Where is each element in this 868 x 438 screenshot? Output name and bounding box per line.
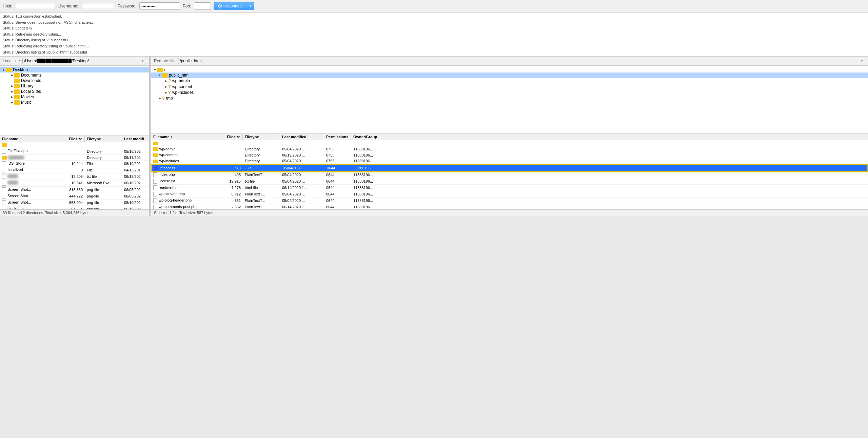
table-row[interactable]: block-editor-... 54,754 png-file 06/18/2… bbox=[0, 206, 149, 209]
local-site-dropdown[interactable]: /Users/████████████/Desktop/ bbox=[22, 58, 146, 64]
tree-item-label: wp-includes bbox=[172, 90, 194, 95]
remote-file-list-body: .. wp-admin Directory 05/04/2020 ... 075… bbox=[151, 140, 868, 209]
file-size bbox=[61, 157, 85, 158]
file-modified: 06/19/202 bbox=[122, 161, 149, 166]
host-input[interactable] bbox=[15, 2, 56, 10]
tree-item-label: Documents bbox=[21, 73, 42, 78]
file-name: license.txt bbox=[151, 178, 219, 184]
file-size bbox=[219, 154, 243, 156]
tree-item-tmp[interactable]: ▶ ? tmp bbox=[151, 95, 868, 101]
tree-item-label: Music bbox=[21, 100, 32, 105]
table-row[interactable]: wp-admin Directory 05/04/2020 ... 0755 1… bbox=[151, 146, 868, 152]
file-name: readme.html bbox=[151, 185, 219, 191]
local-site-bar: Local site: /Users/████████████/Desktop/ bbox=[0, 57, 149, 66]
tree-item-label: Downloads bbox=[21, 78, 41, 83]
tree-item-library[interactable]: ▶ Library bbox=[0, 83, 149, 89]
tree-item-label: / bbox=[164, 67, 165, 72]
file-name: block-editor-... bbox=[0, 206, 61, 209]
file-modified: 05/04/2020 ... bbox=[280, 191, 324, 197]
file-icon bbox=[153, 179, 157, 184]
col-header-perms[interactable]: Permissions bbox=[324, 134, 351, 140]
table-row[interactable]: wp-blog-header.php 351 PlainTextT... 05/… bbox=[151, 197, 868, 204]
host-label: Host: bbox=[3, 4, 12, 8]
file-size bbox=[219, 160, 243, 162]
tree-item-downloads[interactable]: Downloads bbox=[0, 78, 149, 83]
col-header-filetype[interactable]: Filetype bbox=[85, 136, 122, 142]
tree-item-local-sites[interactable]: ▶ Local Sites bbox=[0, 89, 149, 94]
tree-item-public-html[interactable]: ▼ public_html bbox=[151, 72, 868, 78]
file-icon bbox=[154, 166, 158, 170]
tree-expand-arrow: ▶ bbox=[9, 84, 14, 88]
tree-item-documents[interactable]: ▶ Documents bbox=[0, 72, 149, 78]
file-name: wp-content bbox=[151, 152, 219, 158]
remote-tree: ▼ / ▼ public_html ▶ ? wp-admin ▶ ? wp-co… bbox=[151, 66, 868, 133]
question-mark-icon: ? bbox=[162, 96, 165, 101]
tree-item-wp-includes[interactable]: ▶ ? wp-includes bbox=[151, 89, 868, 95]
file-type: PlainTextT... bbox=[243, 191, 280, 197]
file-modified: 06/17/202 bbox=[122, 155, 149, 160]
tree-item-wp-admin[interactable]: ▶ ? wp-admin bbox=[151, 78, 868, 84]
file-perms: 0644 bbox=[324, 179, 351, 184]
col-header-owner[interactable]: Owner/Group bbox=[351, 134, 392, 140]
table-row[interactable]: ████ 12,205 txt-file 06/18/202 bbox=[0, 173, 149, 180]
tree-item-desktop[interactable]: ▶ Desktop bbox=[0, 67, 149, 72]
table-row[interactable]: .. bbox=[151, 140, 868, 146]
col-header-filename[interactable]: Filename ↑ bbox=[0, 136, 61, 142]
tree-expand-arrow: ▶ bbox=[9, 74, 14, 77]
file-type: txt-file bbox=[85, 174, 122, 179]
col-header-lastmod[interactable]: Last modified bbox=[280, 134, 324, 140]
tree-item-wp-content[interactable]: ▶ ? wp-content bbox=[151, 84, 868, 89]
file-name: .DS_Store bbox=[0, 161, 61, 167]
file-size: 405 bbox=[219, 172, 243, 178]
table-row[interactable]: Screen Shot... 444,722 png-file 06/05/20… bbox=[0, 193, 149, 200]
file-owner: 11388196... bbox=[351, 185, 392, 190]
table-row-htaccess[interactable]: .htaccess 587 File 05/04/2020 ... 0644 1… bbox=[151, 164, 868, 172]
table-row[interactable]: Screen Shot... 563,904 png-file 06/10/20… bbox=[0, 200, 149, 206]
local-status-bar: 30 files and 2 directories. Total size: … bbox=[0, 209, 149, 216]
password-input[interactable] bbox=[139, 2, 180, 10]
folder-icon bbox=[6, 68, 12, 72]
file-modified: 05/04/2020 ... bbox=[280, 172, 324, 178]
table-row[interactable]: wp-content Directory 06/19/2020 ... 0755… bbox=[151, 152, 868, 158]
file-modified: 06/10/202 bbox=[122, 200, 149, 205]
table-row[interactable]: .DS_Store 10,244 File 06/19/202 bbox=[0, 161, 149, 167]
table-row[interactable]: FileZilla.app Directory 05/18/202 bbox=[0, 148, 149, 154]
quickconnect-button[interactable]: Quickconnect bbox=[214, 2, 247, 10]
table-row[interactable]: Screen Shot... 816,860 png-file 06/05/20… bbox=[0, 187, 149, 193]
tree-item-music[interactable]: ▶ Music bbox=[0, 100, 149, 105]
table-row[interactable]: readme.html 7,278 html-file 06/14/2020 1… bbox=[151, 185, 868, 191]
table-row[interactable]: license.txt 19,915 txt-file 05/04/2020 .… bbox=[151, 178, 868, 185]
folder-icon bbox=[14, 79, 20, 83]
table-row[interactable]: wp-comments-post.php 2,332 PlainTextT...… bbox=[151, 204, 868, 209]
tree-item-movies[interactable]: ▶ Movies bbox=[0, 94, 149, 100]
remote-site-dropdown-wrapper: /public_html bbox=[178, 58, 865, 64]
tree-item-label: Movies bbox=[21, 95, 34, 99]
local-status-text: 30 files and 2 directories. Total size: … bbox=[3, 211, 89, 215]
folder-icon bbox=[157, 68, 163, 72]
col-header-filename[interactable]: Filename ↑ bbox=[151, 134, 219, 140]
username-input[interactable] bbox=[81, 2, 115, 10]
table-row[interactable]: ████ 10,341 Microsoft Exc... 06/18/202 bbox=[0, 180, 149, 186]
table-row[interactable]: .localized 0 File 04/13/201 bbox=[0, 167, 149, 173]
quickconnect-dropdown-button[interactable]: ▼ bbox=[247, 2, 254, 10]
table-row[interactable]: ██████ Directory 06/17/202 bbox=[0, 155, 149, 161]
col-header-filetype[interactable]: Filetype bbox=[243, 134, 280, 140]
table-row[interactable]: index.php 405 PlainTextT... 05/04/2020 .… bbox=[151, 172, 868, 178]
file-modified bbox=[122, 144, 149, 146]
file-icon bbox=[153, 172, 157, 177]
tree-item-root[interactable]: ▼ / bbox=[151, 67, 868, 72]
file-owner: 11388196... bbox=[351, 152, 392, 158]
file-icon bbox=[2, 200, 6, 205]
table-row[interactable]: .. bbox=[0, 142, 149, 148]
folder-icon bbox=[153, 147, 158, 151]
port-input[interactable] bbox=[194, 2, 211, 10]
table-row[interactable]: wp-includes Directory 05/04/2020 ... 075… bbox=[151, 158, 868, 164]
col-header-filesize[interactable]: Filesize bbox=[219, 134, 243, 140]
remote-site-dropdown[interactable]: /public_html bbox=[178, 58, 865, 64]
table-row[interactable]: wp-activate.php 6,912 PlainTextT... 05/0… bbox=[151, 191, 868, 197]
file-owner: 11388196... bbox=[351, 172, 392, 178]
col-header-filesize[interactable]: Filesize bbox=[61, 136, 85, 142]
file-size: 19,915 bbox=[219, 179, 243, 184]
file-icon bbox=[2, 174, 6, 179]
file-icon bbox=[2, 181, 6, 186]
